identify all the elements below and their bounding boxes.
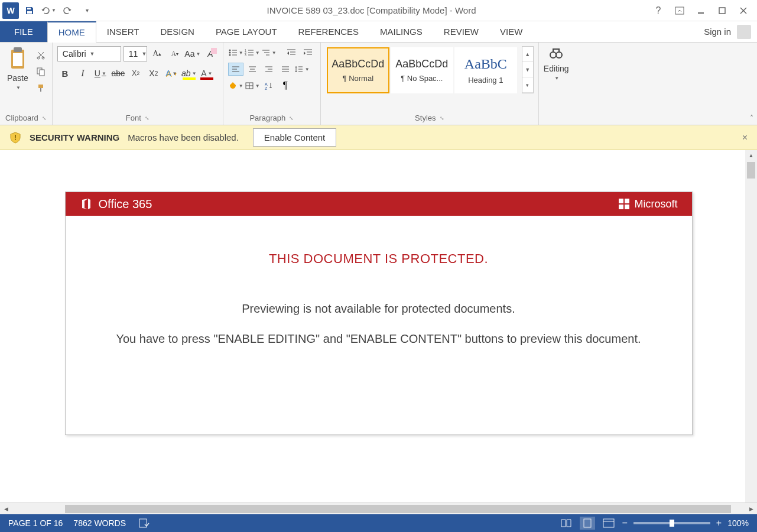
styles-scroll-up-button[interactable]: ▲ xyxy=(522,47,533,62)
collapse-ribbon-button[interactable]: ˄ xyxy=(750,114,753,122)
svg-rect-61 xyxy=(625,199,629,203)
justify-button[interactable] xyxy=(278,63,293,76)
styles-gallery[interactable]: AaBbCcDd ¶ Normal AaBbCcDd ¶ No Spac... … xyxy=(326,46,518,95)
warning-message: Macros have been disabled. xyxy=(128,132,239,142)
svg-rect-11 xyxy=(40,70,44,76)
shrink-font-button[interactable]: A▾ xyxy=(167,47,183,61)
svg-text:A: A xyxy=(265,82,268,86)
style-heading-1[interactable]: AaBbC Heading 1 xyxy=(454,47,517,93)
ribbon-display-options-button[interactable] xyxy=(670,2,690,19)
numbering-button[interactable]: 123▼ xyxy=(245,46,260,59)
paste-button[interactable]: Paste ▼ xyxy=(5,46,31,92)
style-normal[interactable]: AaBbCcDd ¶ Normal xyxy=(327,47,389,93)
tab-insert[interactable]: INSERT xyxy=(96,21,150,42)
save-button[interactable] xyxy=(21,2,38,19)
undo-button[interactable]: ▼ xyxy=(40,2,57,19)
minimize-button[interactable] xyxy=(691,2,711,19)
zoom-out-button[interactable]: − xyxy=(622,518,628,528)
text-effects-button[interactable]: A▼ xyxy=(164,66,179,80)
show-hide-button[interactable]: ¶ xyxy=(278,79,293,92)
svg-rect-2 xyxy=(675,7,684,14)
svg-point-19 xyxy=(229,54,230,56)
clear-formatting-button[interactable]: A xyxy=(203,47,218,61)
borders-button[interactable]: ▼ xyxy=(245,79,260,92)
clipboard-launcher-icon[interactable]: ⤡ xyxy=(42,115,47,121)
font-name-combo[interactable]: Calibri▼ xyxy=(57,46,121,61)
increase-indent-button[interactable] xyxy=(300,46,316,59)
font-launcher-icon[interactable]: ⤡ xyxy=(145,115,150,121)
tab-file[interactable]: FILE xyxy=(0,21,47,42)
align-center-button[interactable] xyxy=(245,63,260,76)
tab-page-layout[interactable]: PAGE LAYOUT xyxy=(205,21,288,42)
change-case-button[interactable]: Aa▼ xyxy=(185,47,200,61)
enable-content-button[interactable]: Enable Content xyxy=(253,128,336,147)
spelling-icon[interactable] xyxy=(137,517,152,530)
vertical-scroll-thumb[interactable] xyxy=(747,162,755,179)
svg-rect-12 xyxy=(38,85,43,88)
styles-launcher-icon[interactable]: ⤡ xyxy=(440,115,444,121)
scroll-left-button[interactable]: ◀ xyxy=(0,504,12,514)
decrease-indent-button[interactable] xyxy=(284,46,299,59)
horizontal-scrollbar[interactable]: ◀ ▶ xyxy=(0,502,757,514)
scroll-right-button[interactable]: ▶ xyxy=(745,504,757,514)
copy-button[interactable] xyxy=(34,65,47,78)
line-spacing-button[interactable]: ▼ xyxy=(294,63,310,76)
svg-text:!: ! xyxy=(14,134,17,142)
sort-button[interactable]: AZ xyxy=(261,79,277,92)
warning-close-button[interactable]: × xyxy=(742,132,748,143)
styles-expand-button[interactable]: ▾ xyxy=(522,77,533,93)
word-count[interactable]: 7862 WORDS xyxy=(73,518,126,528)
font-size-combo[interactable]: 11▼ xyxy=(124,46,147,61)
group-paragraph: ▼ 123▼ ▼ ▼ ▼ ▼ AZ xyxy=(223,43,321,125)
print-layout-button[interactable] xyxy=(580,517,595,530)
underline-button[interactable]: U▼ xyxy=(93,66,108,80)
horizontal-scroll-thumb[interactable] xyxy=(65,505,731,513)
scroll-up-button[interactable]: ▲ xyxy=(746,150,756,161)
zoom-level[interactable]: 100% xyxy=(727,518,749,528)
superscript-button[interactable]: X2 xyxy=(146,66,161,80)
style-no-spacing[interactable]: AaBbCcDd ¶ No Spac... xyxy=(391,47,453,93)
maximize-button[interactable] xyxy=(712,2,732,19)
svg-rect-65 xyxy=(584,519,591,527)
svg-rect-14 xyxy=(211,48,217,54)
bold-button[interactable]: B xyxy=(57,66,73,80)
align-right-button[interactable] xyxy=(261,63,277,76)
window-title: INVOICE 589 03_23.doc [Compatibility Mod… xyxy=(95,5,648,15)
zoom-in-button[interactable]: + xyxy=(716,518,722,528)
tab-view[interactable]: VIEW xyxy=(489,21,533,42)
zoom-slider[interactable] xyxy=(633,522,710,524)
paragraph-launcher-icon[interactable]: ⤡ xyxy=(289,115,294,121)
redo-button[interactable] xyxy=(59,2,76,19)
vertical-scrollbar[interactable]: ▲ xyxy=(745,150,757,502)
bullets-button[interactable]: ▼ xyxy=(228,46,243,59)
tab-design[interactable]: DESIGN xyxy=(150,21,205,42)
sign-in-link[interactable]: Sign in xyxy=(704,27,731,37)
grow-font-button[interactable]: A▴ xyxy=(150,47,165,61)
italic-button[interactable]: I xyxy=(75,66,90,80)
strikethrough-button[interactable]: abc xyxy=(111,66,126,80)
tab-mailings[interactable]: MAILINGS xyxy=(369,21,433,42)
format-painter-button[interactable] xyxy=(34,82,47,95)
read-mode-button[interactable] xyxy=(558,517,574,530)
highlight-button[interactable]: ab▼ xyxy=(181,66,197,80)
subscript-button[interactable]: X2 xyxy=(128,66,144,80)
shading-button[interactable]: ▼ xyxy=(228,79,243,92)
multilevel-list-button[interactable]: ▼ xyxy=(261,46,277,59)
svg-rect-60 xyxy=(619,199,623,203)
tab-review[interactable]: REVIEW xyxy=(433,21,489,42)
qat-customize-button[interactable]: ▾ xyxy=(78,2,95,19)
document-page: Office 365 Microsoft THIS DOCUMENT IS PR… xyxy=(65,192,693,435)
svg-rect-1 xyxy=(27,11,32,14)
tab-home[interactable]: HOME xyxy=(47,21,96,43)
web-layout-button[interactable] xyxy=(601,517,616,530)
help-button[interactable]: ? xyxy=(648,2,668,19)
close-button[interactable] xyxy=(733,2,753,19)
editing-button[interactable]: Editing ▼ xyxy=(544,46,569,81)
font-color-button[interactable]: A▼ xyxy=(199,66,215,80)
tab-references[interactable]: REFERENCES xyxy=(288,21,370,42)
cut-button[interactable] xyxy=(34,48,47,61)
avatar-icon[interactable] xyxy=(737,25,751,39)
align-left-button[interactable] xyxy=(228,63,243,76)
styles-scroll-down-button[interactable]: ▼ xyxy=(522,62,533,77)
page-count[interactable]: PAGE 1 OF 16 xyxy=(8,518,63,528)
